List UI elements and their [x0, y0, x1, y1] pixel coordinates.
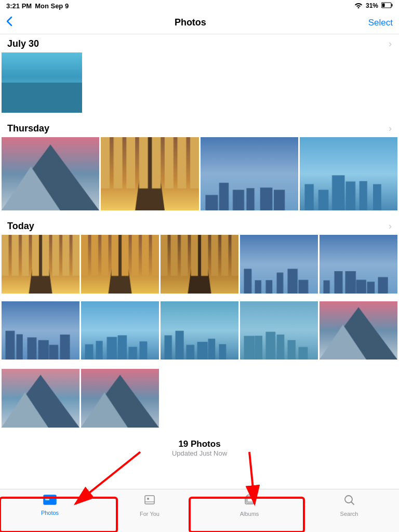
section-header-thursday: Thursday ›: [0, 119, 399, 137]
search-tab-label: Search: [340, 511, 358, 517]
section-title-today: Today: [7, 221, 34, 232]
count-area: 19 Photos Updated Just Now: [0, 434, 399, 459]
svg-rect-1: [392, 4, 393, 6]
photo-thumb[interactable]: [161, 235, 238, 294]
status-left: 3:21 PM Mon Sep 9: [6, 2, 69, 10]
tab-albums[interactable]: Albums: [200, 494, 299, 517]
albums-tab-label: Albums: [240, 511, 259, 517]
chevron-icon-today: ›: [389, 221, 392, 232]
search-icon: [343, 494, 355, 509]
status-right: 31%: [354, 2, 393, 10]
photo-thumb[interactable]: [161, 301, 238, 360]
chevron-icon-july30: ›: [389, 38, 392, 49]
albums-icon: [243, 494, 256, 509]
photo-thumb[interactable]: [81, 369, 159, 428]
photo-thumb[interactable]: [201, 137, 298, 210]
section-title-thursday: Thursday: [7, 123, 49, 134]
page-title: Photos: [175, 17, 206, 28]
section-header-today: Today ›: [0, 217, 399, 235]
photo-thumb[interactable]: [320, 301, 397, 360]
photo-thumb[interactable]: [2, 235, 79, 294]
photo-thumb[interactable]: [300, 137, 397, 210]
tab-for-you[interactable]: For You: [100, 494, 200, 517]
back-button[interactable]: [6, 16, 12, 29]
battery-icon: [381, 2, 393, 10]
photo-grid-today-row1: [0, 235, 399, 300]
photo-updated: Updated Just Now: [0, 449, 399, 457]
section-title-july30: July 30: [7, 38, 39, 49]
svg-point-8: [147, 498, 149, 500]
photo-thumb[interactable]: [101, 137, 198, 210]
svg-line-14: [352, 502, 354, 505]
tab-bar: Photos For You Albums Search: [0, 489, 399, 532]
photo-thumb[interactable]: [81, 301, 159, 360]
section-header-july30: July 30 ›: [0, 34, 399, 52]
chevron-icon-thursday: ›: [389, 123, 392, 134]
for-you-tab-label: For You: [140, 511, 159, 517]
photo-thumb[interactable]: [240, 235, 318, 294]
photos-tab-label: Photos: [41, 510, 59, 516]
svg-rect-6: [45, 497, 49, 500]
tab-search[interactable]: Search: [299, 494, 399, 517]
photo-thumb[interactable]: [240, 301, 318, 360]
select-button[interactable]: Select: [368, 18, 393, 28]
photo-scroll-area[interactable]: July 30 › Thursday › Today ›: [0, 34, 399, 489]
status-bar: 3:21 PM Mon Sep 9 31%: [0, 0, 399, 11]
photo-grid-july30: [0, 52, 399, 119]
photo-count: 19 Photos: [0, 439, 399, 449]
for-you-icon: [143, 494, 156, 509]
photo-thumb[interactable]: [320, 235, 397, 294]
date-label: Mon Sep 9: [35, 2, 69, 10]
photo-grid-today-row3: [0, 367, 399, 434]
tab-photos[interactable]: Photos: [0, 494, 100, 516]
svg-rect-7: [145, 496, 154, 504]
photo-thumb[interactable]: [2, 369, 79, 428]
photo-thumb[interactable]: [2, 52, 82, 113]
photo-grid-thursday: [0, 137, 399, 217]
photo-grid-today-row2: [0, 301, 399, 366]
photo-thumb[interactable]: [81, 235, 159, 294]
wifi-icon: [354, 2, 363, 10]
photo-thumb[interactable]: [2, 301, 79, 360]
nav-bar: Photos Select: [0, 11, 399, 34]
photos-icon: [43, 494, 57, 508]
time-label: 3:21 PM: [6, 2, 32, 10]
battery-label: 31%: [366, 2, 378, 9]
photo-thumb[interactable]: [2, 137, 99, 210]
svg-rect-2: [382, 3, 385, 7]
